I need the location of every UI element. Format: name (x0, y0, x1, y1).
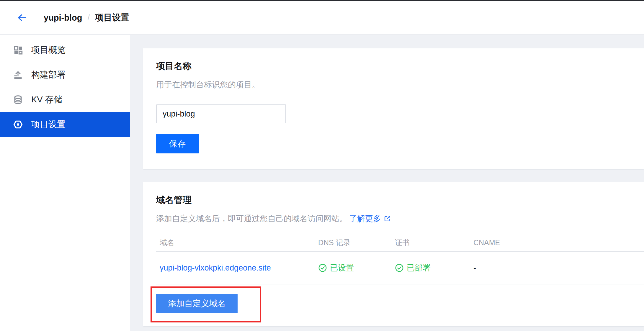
sidebar-item-build-deploy[interactable]: 构建部署 (0, 63, 130, 87)
domain-management-description: 添加自定义域名后，即可通过您自己的域名访问网站。 了解更多 (156, 214, 644, 224)
project-name-input[interactable] (156, 104, 286, 123)
database-icon (13, 95, 23, 105)
sidebar-item-project-settings[interactable]: 项目设置 (0, 112, 130, 137)
app-window: yupi-blog / 项目设置 项目概览 构建部署 (0, 0, 644, 331)
learn-more-link[interactable]: 了解更多 (349, 214, 391, 224)
sidebar-item-kv-storage[interactable]: KV 存储 (0, 87, 130, 112)
dns-status-badge: 已设置 (318, 263, 395, 273)
learn-more-label: 了解更多 (349, 214, 381, 224)
sidebar-item-project-overview[interactable]: 项目概览 (0, 38, 130, 63)
sidebar-item-label: 项目设置 (31, 119, 66, 130)
breadcrumb: yupi-blog / 项目设置 (44, 12, 129, 24)
arrow-left-icon (16, 12, 28, 24)
cname-value: - (473, 263, 644, 273)
upload-icon (13, 70, 23, 80)
table-header-certificate: 证书 (395, 238, 473, 248)
sidebar-item-label: 构建部署 (31, 69, 66, 81)
table-header-dns-record: DNS 记录 (318, 238, 395, 248)
back-button[interactable] (14, 10, 30, 25)
annotation-highlight-box: 添加自定义域名 (151, 286, 261, 322)
page-header: yupi-blog / 项目设置 (0, 1, 644, 35)
check-circle-icon (318, 263, 327, 272)
breadcrumb-project[interactable]: yupi-blog (44, 13, 82, 23)
sidebar-item-label: 项目概览 (31, 44, 66, 56)
project-name-description: 用于在控制台标识您的项目。 (156, 80, 644, 90)
sidebar-item-label: KV 存储 (31, 94, 62, 106)
content-area: 项目名称 用于在控制台标识您的项目。 保存 域名管理 添加自定义域名后，即可通过… (130, 35, 644, 331)
dns-status-label: 已设置 (330, 263, 354, 273)
domain-table-header: 域名 DNS 记录 证书 CNAME (156, 234, 644, 251)
sidebar: 项目概览 构建部署 KV 存储 (0, 35, 130, 331)
overview-grid-icon (13, 45, 23, 55)
domain-link[interactable]: yupi-blog-vlxokpki.edgeone.site (160, 263, 318, 273)
add-custom-domain-button[interactable]: 添加自定义域名 (156, 294, 238, 313)
check-circle-icon (395, 263, 404, 272)
project-name-card: 项目名称 用于在控制台标识您的项目。 保存 (143, 48, 644, 169)
table-header-domain: 域名 (160, 238, 318, 248)
domain-description-text: 添加自定义域名后，即可通过您自己的域名访问网站。 (156, 214, 347, 224)
table-divider-bottom (156, 284, 644, 284)
certificate-status-label: 已部署 (407, 263, 431, 273)
breadcrumb-separator: / (87, 13, 90, 22)
certificate-status-badge: 已部署 (395, 263, 473, 273)
domain-table: 域名 DNS 记录 证书 CNAME yupi-blog-vlxokpki.ed… (143, 234, 644, 284)
table-row: yupi-blog-vlxokpki.edgeone.site 已设置 (156, 252, 644, 284)
domain-management-title: 域名管理 (156, 195, 644, 205)
save-button[interactable]: 保存 (156, 134, 199, 153)
table-header-cname: CNAME (473, 238, 644, 247)
settings-hexagon-icon (13, 119, 23, 130)
project-name-title: 项目名称 (156, 61, 644, 71)
external-link-icon (383, 215, 391, 222)
breadcrumb-current: 项目设置 (95, 12, 129, 24)
domain-management-card: 域名管理 添加自定义域名后，即可通过您自己的域名访问网站。 了解更多 (143, 182, 644, 326)
